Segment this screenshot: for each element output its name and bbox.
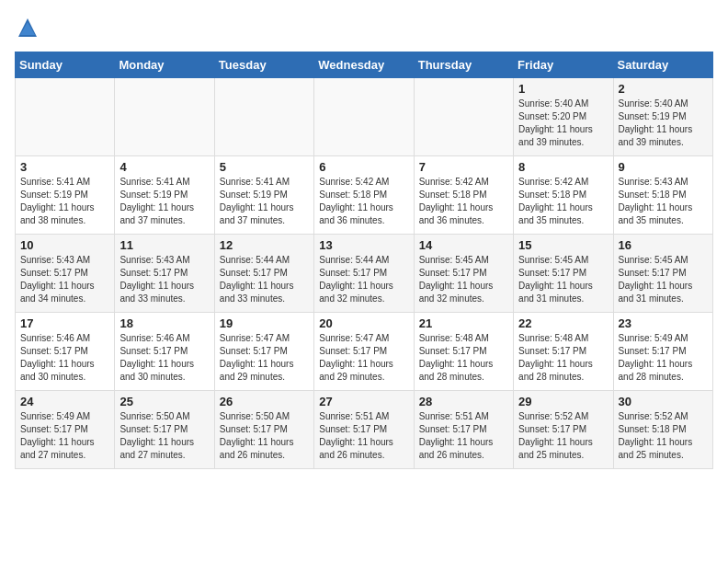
calendar-day-cell: 20Sunrise: 5:47 AM Sunset: 5:17 PM Dayli… (314, 313, 414, 391)
day-info: Sunrise: 5:41 AM Sunset: 5:19 PM Dayligh… (119, 176, 209, 227)
day-number: 5 (220, 160, 309, 174)
day-number: 3 (20, 160, 109, 174)
day-info: Sunrise: 5:46 AM Sunset: 5:17 PM Dayligh… (119, 332, 209, 384)
calendar-day-cell (214, 78, 313, 156)
day-info: Sunrise: 5:44 AM Sunset: 5:17 PM Dayligh… (319, 254, 408, 305)
day-info: Sunrise: 5:43 AM Sunset: 5:17 PM Dayligh… (119, 254, 209, 305)
calendar-day-cell: 10Sunrise: 5:43 AM Sunset: 5:17 PM Dayli… (16, 235, 115, 313)
day-info: Sunrise: 5:45 AM Sunset: 5:17 PM Dayligh… (518, 254, 608, 305)
day-number: 15 (518, 238, 608, 252)
day-number: 14 (419, 238, 508, 252)
calendar-day-cell: 9Sunrise: 5:43 AM Sunset: 5:18 PM Daylig… (613, 156, 712, 235)
calendar-day-cell: 12Sunrise: 5:44 AM Sunset: 5:17 PM Dayli… (214, 235, 313, 313)
day-number: 13 (319, 238, 408, 252)
calendar-day-cell: 25Sunrise: 5:50 AM Sunset: 5:17 PM Dayli… (115, 391, 214, 469)
day-info: Sunrise: 5:45 AM Sunset: 5:17 PM Dayligh… (419, 254, 508, 305)
calendar-day-cell (414, 78, 513, 156)
calendar-day-cell: 7Sunrise: 5:42 AM Sunset: 5:18 PM Daylig… (414, 156, 513, 235)
calendar-week-row: 3Sunrise: 5:41 AM Sunset: 5:19 PM Daylig… (16, 156, 713, 235)
weekday-header: Friday (514, 52, 613, 78)
calendar-day-cell: 3Sunrise: 5:41 AM Sunset: 5:19 PM Daylig… (16, 156, 115, 235)
day-info: Sunrise: 5:50 AM Sunset: 5:17 PM Dayligh… (220, 410, 309, 462)
day-info: Sunrise: 5:42 AM Sunset: 5:18 PM Dayligh… (518, 176, 608, 227)
day-info: Sunrise: 5:48 AM Sunset: 5:17 PM Dayligh… (419, 332, 508, 384)
calendar-day-cell (314, 78, 414, 156)
day-number: 30 (619, 395, 708, 408)
day-info: Sunrise: 5:41 AM Sunset: 5:19 PM Dayligh… (20, 176, 109, 227)
weekday-header: Thursday (414, 52, 513, 78)
day-info: Sunrise: 5:51 AM Sunset: 5:17 PM Dayligh… (319, 410, 408, 462)
svg-marker-1 (20, 22, 35, 35)
day-info: Sunrise: 5:44 AM Sunset: 5:17 PM Dayligh… (220, 254, 309, 305)
weekday-header: Monday (115, 52, 214, 78)
day-number: 16 (619, 238, 708, 252)
calendar-header: SundayMondayTuesdayWednesdayThursdayFrid… (16, 52, 713, 78)
day-number: 19 (220, 316, 309, 330)
day-number: 27 (319, 395, 408, 408)
day-info: Sunrise: 5:49 AM Sunset: 5:17 PM Dayligh… (619, 332, 708, 384)
calendar-day-cell: 14Sunrise: 5:45 AM Sunset: 5:17 PM Dayli… (414, 235, 513, 313)
day-info: Sunrise: 5:40 AM Sunset: 5:20 PM Dayligh… (518, 98, 608, 149)
day-info: Sunrise: 5:52 AM Sunset: 5:17 PM Dayligh… (518, 410, 608, 462)
day-number: 10 (20, 238, 109, 252)
calendar-day-cell: 17Sunrise: 5:46 AM Sunset: 5:17 PM Dayli… (16, 313, 115, 391)
calendar-day-cell: 13Sunrise: 5:44 AM Sunset: 5:17 PM Dayli… (314, 235, 414, 313)
calendar-day-cell: 21Sunrise: 5:48 AM Sunset: 5:17 PM Dayli… (414, 313, 513, 391)
day-number: 29 (518, 395, 608, 408)
day-info: Sunrise: 5:47 AM Sunset: 5:17 PM Dayligh… (220, 332, 309, 384)
day-info: Sunrise: 5:47 AM Sunset: 5:17 PM Dayligh… (319, 332, 408, 384)
day-info: Sunrise: 5:48 AM Sunset: 5:17 PM Dayligh… (518, 332, 608, 384)
day-number: 20 (319, 316, 408, 330)
day-number: 22 (518, 316, 608, 330)
calendar-day-cell: 6Sunrise: 5:42 AM Sunset: 5:18 PM Daylig… (314, 156, 414, 235)
day-number: 11 (119, 238, 209, 252)
calendar-day-cell: 30Sunrise: 5:52 AM Sunset: 5:18 PM Dayli… (613, 391, 712, 469)
calendar-day-cell: 24Sunrise: 5:49 AM Sunset: 5:17 PM Dayli… (16, 391, 115, 469)
calendar-day-cell: 5Sunrise: 5:41 AM Sunset: 5:19 PM Daylig… (214, 156, 313, 235)
calendar-day-cell: 28Sunrise: 5:51 AM Sunset: 5:17 PM Dayli… (414, 391, 513, 469)
calendar-week-row: 10Sunrise: 5:43 AM Sunset: 5:17 PM Dayli… (16, 235, 713, 313)
calendar-day-cell: 19Sunrise: 5:47 AM Sunset: 5:17 PM Dayli… (214, 313, 313, 391)
page-header (15, 15, 713, 40)
day-number: 6 (319, 160, 408, 174)
calendar-day-cell: 26Sunrise: 5:50 AM Sunset: 5:17 PM Dayli… (214, 391, 313, 469)
day-number: 7 (419, 160, 508, 174)
calendar-day-cell (16, 78, 115, 156)
calendar-week-row: 1Sunrise: 5:40 AM Sunset: 5:20 PM Daylig… (16, 78, 713, 156)
calendar-day-cell: 27Sunrise: 5:51 AM Sunset: 5:17 PM Dayli… (314, 391, 414, 469)
day-number: 9 (619, 160, 708, 174)
calendar-day-cell: 1Sunrise: 5:40 AM Sunset: 5:20 PM Daylig… (514, 78, 613, 156)
day-info: Sunrise: 5:50 AM Sunset: 5:17 PM Dayligh… (119, 410, 209, 462)
day-info: Sunrise: 5:46 AM Sunset: 5:17 PM Dayligh… (20, 332, 109, 384)
calendar-day-cell: 2Sunrise: 5:40 AM Sunset: 5:19 PM Daylig… (613, 78, 712, 156)
calendar-day-cell: 15Sunrise: 5:45 AM Sunset: 5:17 PM Dayli… (514, 235, 613, 313)
day-number: 26 (220, 395, 309, 408)
day-number: 1 (518, 82, 608, 96)
day-number: 4 (119, 160, 209, 174)
day-info: Sunrise: 5:42 AM Sunset: 5:18 PM Dayligh… (419, 176, 508, 227)
day-number: 2 (619, 82, 708, 96)
day-number: 12 (220, 238, 309, 252)
calendar-table: SundayMondayTuesdayWednesdayThursdayFrid… (15, 52, 713, 469)
day-info: Sunrise: 5:40 AM Sunset: 5:19 PM Dayligh… (619, 98, 708, 149)
day-info: Sunrise: 5:49 AM Sunset: 5:17 PM Dayligh… (20, 410, 109, 462)
day-info: Sunrise: 5:52 AM Sunset: 5:18 PM Dayligh… (619, 410, 708, 462)
day-number: 17 (20, 316, 109, 330)
calendar-day-cell: 11Sunrise: 5:43 AM Sunset: 5:17 PM Dayli… (115, 235, 214, 313)
day-info: Sunrise: 5:43 AM Sunset: 5:18 PM Dayligh… (619, 176, 708, 227)
day-info: Sunrise: 5:51 AM Sunset: 5:17 PM Dayligh… (419, 410, 508, 462)
calendar-day-cell: 4Sunrise: 5:41 AM Sunset: 5:19 PM Daylig… (115, 156, 214, 235)
day-info: Sunrise: 5:42 AM Sunset: 5:18 PM Dayligh… (319, 176, 408, 227)
day-number: 24 (20, 395, 109, 408)
day-number: 28 (419, 395, 508, 408)
calendar-day-cell: 18Sunrise: 5:46 AM Sunset: 5:17 PM Dayli… (115, 313, 214, 391)
calendar-day-cell: 8Sunrise: 5:42 AM Sunset: 5:18 PM Daylig… (514, 156, 613, 235)
day-number: 23 (619, 316, 708, 330)
calendar-day-cell (115, 78, 214, 156)
logo (15, 15, 44, 40)
weekday-header: Saturday (613, 52, 712, 78)
weekday-header: Tuesday (214, 52, 313, 78)
weekday-header: Wednesday (314, 52, 414, 78)
calendar-week-row: 24Sunrise: 5:49 AM Sunset: 5:17 PM Dayli… (16, 391, 713, 469)
calendar-day-cell: 23Sunrise: 5:49 AM Sunset: 5:17 PM Dayli… (613, 313, 712, 391)
